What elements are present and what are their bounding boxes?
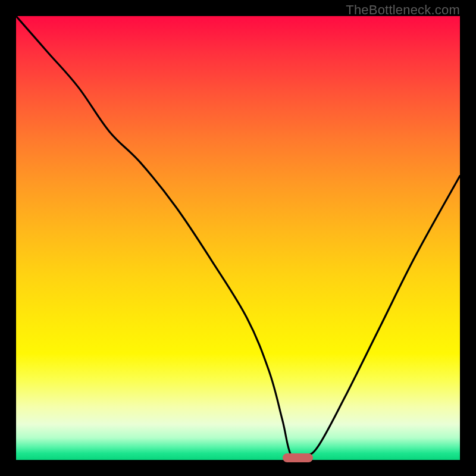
bottleneck-curve: [16, 16, 460, 460]
chart-container: TheBottleneck.com: [0, 0, 476, 476]
curve-path: [16, 16, 460, 459]
optimal-point-marker: [283, 453, 313, 462]
watermark-text: TheBottleneck.com: [346, 2, 460, 18]
